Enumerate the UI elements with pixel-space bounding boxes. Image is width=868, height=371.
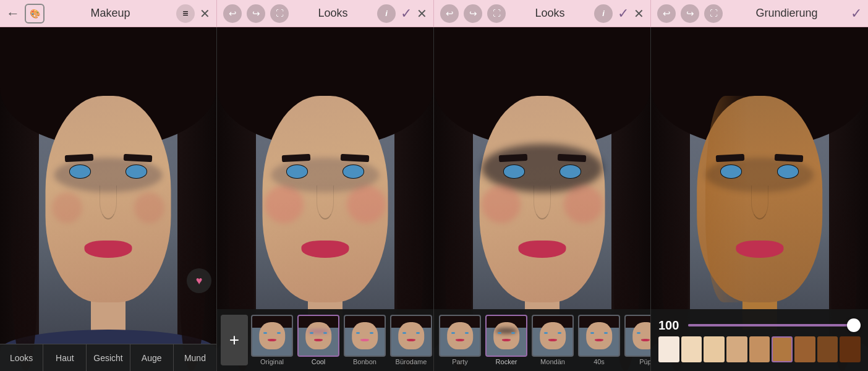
panel-1-title: Makeup <box>49 7 171 20</box>
swatch-3[interactable] <box>726 336 747 362</box>
look-label-40s: 40s <box>594 358 605 365</box>
info-button-3[interactable]: i <box>594 4 613 23</box>
undo-button-3[interactable]: ↩ <box>440 4 459 23</box>
top-bar: ← 🎨 Makeup ≡ ✕ ↩ ↪ ⛶ Looks i ✓ ✕ ↩ ↪ ⛶ L… <box>0 0 868 27</box>
check-button-3[interactable]: ✓ <box>618 6 629 22</box>
back-button[interactable]: ← <box>6 6 20 22</box>
swatch-5[interactable] <box>772 336 793 362</box>
look-item-40s[interactable]: 40s <box>577 315 621 365</box>
crop-button-3[interactable]: ⛶ <box>487 4 506 23</box>
tab-looks[interactable]: Looks <box>0 344 43 371</box>
close-button-3[interactable]: ✕ <box>634 6 644 21</box>
app-root: ← 🎨 Makeup ≡ ✕ ↩ ↪ ⛶ Looks i ✓ ✕ ↩ ↪ ⛶ L… <box>0 0 868 371</box>
look-label-cool: Cool <box>312 358 326 365</box>
look-item-original[interactable]: Original <box>250 315 294 365</box>
redo-button-3[interactable]: ↪ <box>464 4 482 23</box>
panel-4-content: 100 <box>651 27 868 371</box>
panel-4-title: Grundierung <box>728 7 846 20</box>
panel-3-content: Party Rocker <box>434 27 651 371</box>
panel-4-header: ↩ ↪ ⛶ Grundierung ✓ <box>651 0 868 27</box>
edit-button[interactable]: ≡ <box>176 4 195 23</box>
check-button-2[interactable]: ✓ <box>401 6 412 22</box>
look-item-mondan[interactable]: Mondän <box>530 315 575 365</box>
tab-haut[interactable]: Haut <box>43 344 87 371</box>
add-look-button[interactable]: + <box>221 315 248 365</box>
photo-1 <box>0 27 216 371</box>
color-swatches <box>658 336 861 362</box>
panel-2-content: + Original <box>217 27 434 371</box>
look-label-mondan: Mondän <box>540 358 565 365</box>
look-item-pup[interactable]: Püp <box>623 315 650 365</box>
makeup-icon: 🎨 <box>25 4 45 23</box>
look-item-party[interactable]: Party <box>438 315 482 365</box>
redo-button-2[interactable]: ↪ <box>247 4 265 23</box>
tab-auge[interactable]: Auge <box>130 344 174 371</box>
swatch-7[interactable] <box>817 336 838 362</box>
slider-value: 100 <box>658 318 682 333</box>
redo-button-4[interactable]: ↪ <box>681 4 699 23</box>
close-button-1[interactable]: ✕ <box>200 6 210 21</box>
bottom-tabs: Looks Haut Gesicht Auge Mund <box>0 344 216 371</box>
look-label-rocker: Rocker <box>496 358 517 365</box>
crop-button-4[interactable]: ⛶ <box>704 4 723 23</box>
look-label-pup: Püp <box>639 358 650 365</box>
opacity-slider[interactable] <box>688 324 861 326</box>
looks-strip: + Original <box>217 309 433 371</box>
undo-button-2[interactable]: ↩ <box>223 4 242 23</box>
check-button-4[interactable]: ✓ <box>851 6 862 22</box>
tab-gesicht[interactable]: Gesicht <box>87 344 130 371</box>
swatch-4[interactable] <box>749 336 770 362</box>
look-item-rocker[interactable]: Rocker <box>484 315 529 365</box>
close-button-2[interactable]: ✕ <box>417 6 427 21</box>
foundation-controls: 100 <box>651 309 868 371</box>
look-label-party: Party <box>452 358 468 365</box>
swatch-8[interactable] <box>840 336 861 362</box>
main-content: ♥ Looks Haut Gesicht Auge Mund <box>0 27 868 371</box>
swatch-6[interactable] <box>794 336 815 362</box>
look-label-burodame: Bürodame <box>396 358 427 365</box>
swatch-1[interactable] <box>681 336 702 362</box>
panel-3-header: ↩ ↪ ⛶ Looks i ✓ ✕ <box>434 0 651 27</box>
info-button-2[interactable]: i <box>377 4 396 23</box>
panel-1-content: ♥ Looks Haut Gesicht Auge Mund <box>0 27 217 371</box>
panel-2-title: Looks <box>294 7 372 20</box>
panel-1-header: ← 🎨 Makeup ≡ ✕ <box>0 0 217 27</box>
tab-mund[interactable]: Mund <box>174 344 216 371</box>
crop-button-2[interactable]: ⛶ <box>270 4 289 23</box>
swatch-0[interactable] <box>658 336 679 362</box>
look-label-original: Original <box>260 358 284 365</box>
panel-2-header: ↩ ↪ ⛶ Looks i ✓ ✕ <box>217 0 434 27</box>
swatch-2[interactable] <box>704 336 725 362</box>
looks-strip-3: Party Rocker <box>434 309 650 371</box>
slider-row: 100 <box>658 318 861 333</box>
look-label-bonbon: Bonbon <box>353 358 377 365</box>
slider-thumb[interactable] <box>847 318 861 332</box>
heart-button[interactable]: ♥ <box>187 268 211 293</box>
slider-fill <box>688 324 861 326</box>
look-item-burodame[interactable]: Bürodame <box>389 315 433 365</box>
panel-3-title: Looks <box>511 7 589 20</box>
look-item-cool[interactable]: Cool <box>296 315 341 365</box>
undo-button-4[interactable]: ↩ <box>657 4 676 23</box>
look-item-bonbon[interactable]: Bonbon <box>343 315 387 365</box>
